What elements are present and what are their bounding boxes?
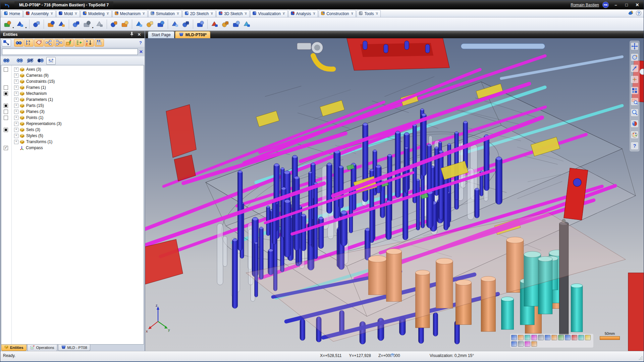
mini-tool-icon-6[interactable] — [545, 335, 550, 340]
visibility-checkbox[interactable] — [4, 104, 8, 108]
mini-tool-icon-8[interactable] — [558, 335, 564, 340]
toolbar-icon-11[interactable] — [134, 19, 144, 29]
expand-icon[interactable]: + — [14, 92, 18, 96]
viewport-help-icon[interactable]: ? — [631, 142, 638, 149]
display-columns-button[interactable] — [95, 39, 104, 47]
tab-construction[interactable]: Construction▼ — [319, 10, 356, 17]
help-icon[interactable]: ? — [636, 10, 642, 17]
expand-icon[interactable]: + — [14, 134, 18, 138]
grid-icon[interactable] — [631, 87, 638, 94]
tag-filter-button[interactable] — [34, 39, 44, 47]
mini-tool-icon-12[interactable] — [585, 335, 591, 340]
chevron-down-icon[interactable]: ▼ — [177, 12, 179, 15]
mini-tool-icon-3[interactable] — [525, 335, 530, 340]
chevron-down-icon[interactable]: ▼ — [107, 12, 109, 15]
tree-item-styles-5[interactable]: + Styles (5) — [1, 133, 144, 139]
zoom-window-icon[interactable] — [631, 98, 638, 105]
visibility-checkbox[interactable] — [4, 146, 8, 150]
visibility-checkbox[interactable] — [4, 67, 8, 72]
tab-3d-sketch[interactable]: 3D Sketch▼ — [216, 10, 250, 17]
toolbar-icon-14[interactable] — [170, 19, 180, 29]
tab-modeling[interactable]: Modeling▼ — [80, 10, 112, 17]
viewport-3d[interactable]: z x y ? 50mm — [145, 38, 644, 351]
toolbar-icon-6[interactable] — [71, 19, 81, 29]
structure-filter-button[interactable] — [44, 39, 54, 47]
magnifier-icon[interactable] — [631, 109, 638, 116]
tree-item-parts-15[interactable]: + Parts (15) — [1, 103, 144, 109]
mini-tool-icon-4[interactable] — [531, 335, 537, 340]
resize-grip[interactable] — [638, 356, 642, 360]
mini-tool-icon-13[interactable] — [511, 341, 517, 347]
show-selected-button[interactable] — [36, 57, 45, 65]
expand-icon[interactable]: + — [14, 79, 18, 84]
select-mode-button[interactable] — [2, 39, 11, 47]
toolbar-icon-10[interactable] — [120, 19, 130, 29]
tab-tools[interactable]: Tools▼ — [357, 10, 381, 17]
toolbar-icon-1[interactable] — [2, 19, 12, 29]
layers-icon[interactable] — [389, 353, 395, 360]
find-button[interactable] — [14, 39, 23, 47]
tree-item-axes-3[interactable]: + Axes (3) — [1, 66, 144, 72]
tab-mechanism[interactable]: Mechanism▼ — [112, 10, 148, 17]
tab-2d-sketch[interactable]: 2D Sketch▼ — [182, 10, 216, 17]
maximize-button[interactable]: □ — [623, 2, 630, 7]
visibility-checkbox[interactable] — [4, 92, 8, 96]
toolbar-icon-3[interactable] — [32, 19, 42, 29]
expand-icon[interactable]: + — [14, 116, 18, 120]
expand-icon[interactable]: + — [14, 73, 18, 78]
toolbar-icon-18[interactable] — [220, 19, 230, 29]
tab-home[interactable]: Home — [2, 10, 23, 17]
toolbar-icon-2[interactable] — [15, 19, 25, 29]
tree-item-constraints-15[interactable]: + Constraints (15) — [1, 78, 144, 84]
mini-tool-icon-10[interactable] — [572, 335, 577, 340]
color-palette-icon[interactable] — [631, 131, 638, 138]
toolbar-icon-7[interactable] — [82, 19, 92, 29]
chevron-down-icon[interactable]: ▼ — [376, 12, 378, 15]
publishings-filter-button[interactable] — [64, 39, 74, 47]
entities-help-button[interactable]: ? — [139, 40, 142, 45]
pan-icon[interactable] — [631, 76, 638, 83]
visibility-checkbox[interactable] — [4, 110, 8, 114]
expand-icon[interactable]: + — [14, 104, 18, 108]
toolbar-icon-20[interactable] — [242, 19, 252, 29]
toolbar-icon-13[interactable] — [156, 19, 166, 29]
sort-alphabetical-button[interactable]: AZ — [85, 39, 94, 47]
toolbar-dropdown-icon[interactable]: ▼ — [25, 26, 27, 31]
mini-tool-icon-5[interactable] — [538, 335, 544, 340]
chevron-down-icon[interactable]: ▼ — [351, 12, 354, 15]
toolbar-icon-4[interactable] — [46, 19, 56, 29]
render-mode-icon[interactable] — [631, 120, 638, 127]
tree-item-transforms-1[interactable]: + Transforms (1) — [1, 139, 144, 145]
undo-button[interactable] — [3, 2, 10, 9]
expand-icon[interactable]: + — [14, 140, 18, 144]
parameters-filter-button[interactable]: 57 — [24, 39, 34, 47]
mini-tool-icon-16[interactable] — [531, 341, 537, 347]
expand-icon[interactable]: + — [14, 85, 18, 90]
mini-tool-icon-7[interactable] — [551, 335, 557, 340]
panel-tab-mld-pt08[interactable]: MLD - PT08 — [58, 345, 90, 351]
tab-visualization[interactable]: Visualization▼ — [250, 10, 287, 17]
collapse-tree-button[interactable] — [74, 39, 84, 47]
graph-filter-button[interactable] — [54, 39, 64, 47]
visibility-checkbox[interactable] — [4, 85, 8, 90]
mini-tool-icon-14[interactable] — [518, 341, 524, 347]
toolbar-icon-15[interactable] — [181, 19, 191, 29]
tree-item-cameras-9[interactable]: + Cameras (9) — [1, 72, 144, 78]
expand-icon[interactable]: + — [14, 67, 18, 72]
scale-bar[interactable] — [600, 336, 620, 340]
visibility-checkbox[interactable] — [4, 116, 8, 120]
chevron-down-icon[interactable]: ▼ — [283, 12, 285, 15]
assistance-icon[interactable] — [628, 10, 634, 17]
toolbar-icon-9[interactable] — [109, 19, 119, 29]
tree-item-compass[interactable]: Compass — [1, 145, 144, 151]
toolbar-icon-5[interactable] — [57, 19, 67, 29]
mini-tool-icon-2[interactable] — [518, 335, 524, 340]
toolbar-icon-16[interactable] — [195, 19, 205, 29]
expand-icon[interactable]: + — [14, 128, 18, 132]
mini-tool-icon-15[interactable] — [525, 341, 530, 347]
tab-assembly[interactable]: Assembly▼ — [23, 10, 56, 17]
mini-tool-icon-1[interactable] — [511, 335, 517, 340]
tab-simulation[interactable]: Simulation▼ — [148, 10, 182, 17]
chevron-down-icon[interactable]: ▼ — [51, 12, 53, 15]
display-options-button[interactable] — [46, 57, 56, 65]
